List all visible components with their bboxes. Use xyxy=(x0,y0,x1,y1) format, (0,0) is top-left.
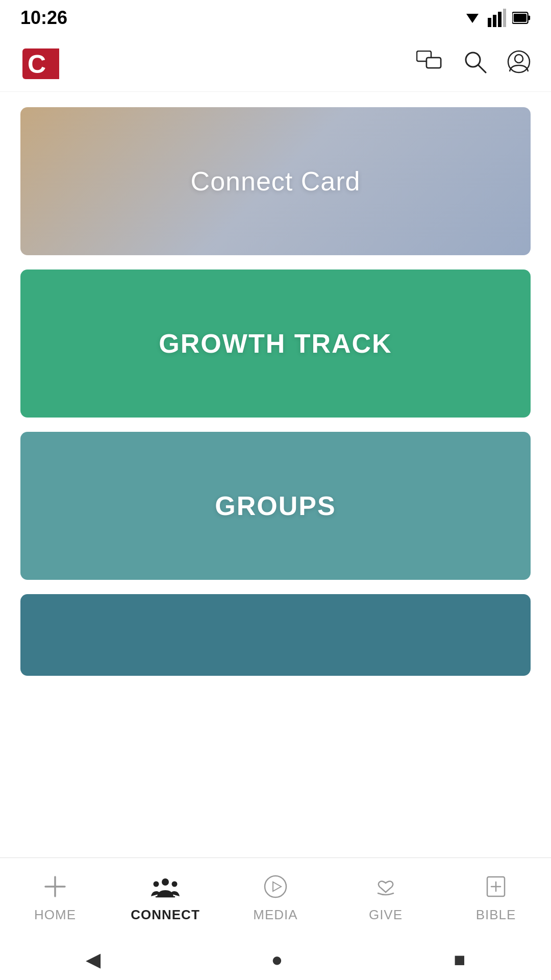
svg-rect-3 xyxy=(498,12,502,27)
status-bar: 10:26 xyxy=(0,0,551,36)
account-icon[interactable] xyxy=(507,50,531,77)
svg-line-16 xyxy=(479,65,486,72)
battery-icon xyxy=(512,9,531,27)
svg-rect-6 xyxy=(528,16,531,20)
partial-card[interactable] xyxy=(20,594,531,676)
app-logo[interactable]: C xyxy=(20,46,61,82)
status-time: 10:26 xyxy=(20,7,67,29)
give-icon xyxy=(374,875,397,902)
recent-button[interactable]: ■ xyxy=(454,949,466,971)
home-label: HOME xyxy=(34,907,76,923)
nav-item-connect[interactable]: CONNECT xyxy=(110,875,220,923)
connect-icon xyxy=(151,875,180,902)
svg-rect-10 xyxy=(44,62,59,79)
svg-point-22 xyxy=(154,881,159,887)
media-label: MEDIA xyxy=(253,907,297,923)
svg-rect-14 xyxy=(427,58,441,68)
media-icon xyxy=(264,875,287,902)
logo-svg: C xyxy=(22,48,59,79)
bottom-nav: HOME CONNECT MED xyxy=(0,857,551,939)
nav-item-give[interactable]: GIVE xyxy=(331,875,441,923)
svg-rect-1 xyxy=(488,18,491,27)
system-nav: ◀ ● ■ xyxy=(0,939,551,980)
main-content: Connect Card GROWTH TRACK GROUPS xyxy=(0,92,551,857)
app-bar: C xyxy=(0,36,551,92)
svg-point-26 xyxy=(265,876,286,897)
svg-point-23 xyxy=(172,881,178,887)
groups-card[interactable]: GROUPS xyxy=(20,432,531,580)
nav-item-bible[interactable]: BIBLE xyxy=(441,875,551,923)
svg-point-21 xyxy=(162,878,169,886)
back-button[interactable]: ◀ xyxy=(86,948,101,971)
search-icon[interactable] xyxy=(463,50,487,77)
wifi-icon xyxy=(463,9,482,27)
status-icons xyxy=(463,9,531,27)
bible-label: BIBLE xyxy=(476,907,516,923)
growth-track-label: GROWTH TRACK xyxy=(159,328,392,359)
give-label: GIVE xyxy=(369,907,403,923)
bible-icon xyxy=(484,875,508,902)
messages-icon[interactable] xyxy=(416,51,443,77)
connect-nav-label: CONNECT xyxy=(131,907,200,923)
svg-marker-27 xyxy=(273,882,281,891)
signal-icon xyxy=(488,9,506,27)
connect-card-item[interactable]: Connect Card xyxy=(20,107,531,255)
svg-text:C: C xyxy=(28,50,46,79)
svg-rect-2 xyxy=(493,15,496,27)
svg-rect-9 xyxy=(44,48,59,62)
nav-item-home[interactable]: HOME xyxy=(0,875,110,923)
svg-point-18 xyxy=(515,55,523,63)
svg-point-15 xyxy=(466,53,480,67)
home-icon xyxy=(43,875,67,902)
svg-rect-4 xyxy=(503,9,506,27)
svg-rect-7 xyxy=(514,14,527,22)
svg-marker-0 xyxy=(466,14,479,23)
connect-card-label: Connect Card xyxy=(191,166,361,197)
header-actions xyxy=(416,50,531,77)
growth-track-card[interactable]: GROWTH TRACK xyxy=(20,270,531,418)
nav-item-media[interactable]: MEDIA xyxy=(220,875,331,923)
groups-label: GROUPS xyxy=(215,491,336,521)
home-button[interactable]: ● xyxy=(271,949,283,971)
